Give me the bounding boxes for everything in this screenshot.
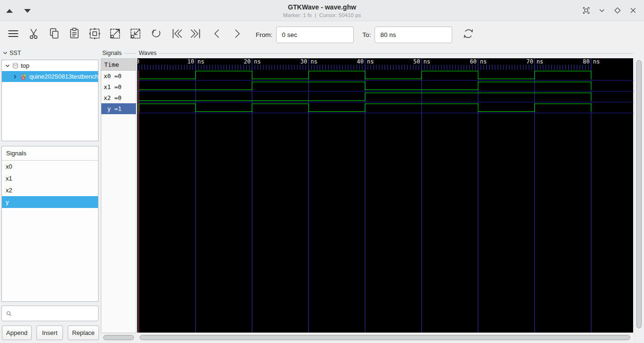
paste-icon — [67, 27, 81, 43]
svg-text:50: 50 — [413, 58, 420, 65]
scissors-icon — [27, 27, 41, 43]
from-label: From: — [256, 31, 272, 38]
minimize-button[interactable] — [598, 6, 606, 15]
search-input[interactable] — [15, 306, 98, 321]
triangle-up-icon — [6, 9, 13, 13]
copy-button[interactable] — [44, 25, 64, 45]
double-chevron-right-icon — [189, 27, 204, 43]
waves-frame-label: Waves — [139, 50, 633, 56]
waves-vertical-scrollbar[interactable] — [635, 58, 643, 342]
undo-zoom-button[interactable] — [145, 25, 166, 45]
copy-icon — [47, 27, 61, 43]
tree-item-label: top — [21, 62, 29, 69]
svg-text:20: 20 — [244, 58, 250, 65]
svg-text:ns: ns — [480, 58, 487, 65]
names-horizontal-scrollbar[interactable] — [101, 334, 136, 342]
signal-action-buttons: AppendInsertReplace — [1, 325, 98, 341]
prev-edge-button[interactable] — [206, 25, 227, 45]
go-to-end-button[interactable] — [186, 25, 206, 45]
go-to-start-button[interactable] — [166, 25, 186, 45]
reload-button[interactable] — [458, 25, 478, 45]
svg-text:ns: ns — [593, 58, 599, 65]
signal-list-item-x2[interactable]: x2 — [2, 184, 98, 196]
append-button[interactable]: Append — [2, 325, 32, 340]
svg-text:ns: ns — [254, 58, 260, 65]
from-input[interactable] — [276, 27, 354, 43]
signal-search-header: Signals — [2, 146, 98, 161]
tree-connector — [5, 72, 9, 81]
waves-horizontal-scrollbar-thumb[interactable] — [140, 335, 630, 340]
zoom-in-button[interactable] — [105, 25, 125, 45]
marker-cursor-status: Marker: 1 fs | Cursor: 50410 ps — [95, 12, 549, 18]
names-frame-label: Signals — [102, 50, 135, 56]
svg-text:ns: ns — [311, 58, 317, 65]
replace-button[interactable]: Replace — [68, 325, 99, 340]
zoom-out-button[interactable] — [125, 25, 145, 45]
signal-value-row-y[interactable]: y =1 — [101, 103, 136, 114]
tree-item-label: quine20250813testbench — [29, 73, 98, 80]
menu-icon — [6, 27, 20, 43]
waves-vertical-scrollbar-thumb[interactable] — [636, 60, 642, 328]
window-controls — [582, 6, 637, 15]
svg-text:10: 10 — [188, 58, 194, 65]
next-edge-button[interactable] — [227, 25, 247, 45]
maximize-button[interactable] — [613, 6, 622, 15]
svg-text:ns: ns — [537, 58, 543, 65]
chevron-down-icon — [598, 7, 606, 14]
names-horizontal-scrollbar-thumb[interactable] — [103, 335, 134, 340]
sst-tree: topquine20250813testbench — [1, 60, 98, 141]
signal-search-box — [1, 306, 98, 321]
menu-button[interactable] — [3, 25, 23, 45]
signal-list-item-y[interactable]: y — [2, 196, 98, 208]
signal-value-row-x2[interactable]: x2 =0 — [101, 92, 136, 103]
signal-search-panel: Signals x0x1x2y — [1, 146, 98, 302]
svg-text:30: 30 — [300, 58, 307, 65]
svg-text:0: 0 — [137, 58, 139, 65]
zoom-in-icon — [108, 27, 122, 43]
shift-down-button[interactable] — [24, 8, 31, 14]
shift-up-button[interactable] — [6, 8, 13, 14]
titlebar: GTKWave - wave.ghw Marker: 1 fs | Cursor… — [0, 0, 644, 21]
waveform-svg: 010ns20ns30ns40ns50ns60ns70ns80ns — [137, 58, 634, 333]
waves-horizontal-scrollbar[interactable] — [137, 334, 633, 342]
svg-text:ns: ns — [423, 58, 430, 65]
close-button[interactable] — [629, 6, 637, 15]
module-icon — [19, 73, 27, 81]
zoom-fit-button[interactable] — [84, 25, 105, 45]
cut-button[interactable] — [23, 25, 44, 45]
chevron-left-icon — [210, 27, 224, 43]
to-input[interactable] — [375, 27, 452, 43]
expander-right-icon[interactable] — [12, 74, 18, 80]
paste-button[interactable] — [64, 25, 84, 45]
titlebar-left-buttons — [6, 8, 31, 14]
zoom-out-icon — [128, 27, 143, 43]
diamond-icon — [614, 7, 621, 14]
insert-button[interactable]: Insert — [36, 325, 63, 340]
titlebar-center: GTKWave - wave.ghw Marker: 1 fs | Cursor… — [95, 3, 549, 18]
svg-text:80: 80 — [583, 58, 590, 65]
svg-text:40: 40 — [357, 58, 364, 65]
double-chevron-left-icon — [169, 27, 183, 43]
expander-down-icon[interactable] — [5, 63, 10, 69]
sst-tree-item-quine20250813testbench[interactable]: quine20250813testbench — [2, 71, 98, 82]
signal-list-item-x0[interactable]: x0 — [2, 161, 98, 172]
signal-name-rows: x0 =0x1 =0x2 =0 y =1 — [101, 71, 136, 114]
window-title: GTKWave - wave.ghw — [95, 3, 549, 11]
zoom-fit-icon — [88, 27, 102, 43]
wave-canvas[interactable]: 010ns20ns30ns40ns50ns60ns70ns80ns — [137, 58, 633, 333]
signal-list-item-x1[interactable]: x1 — [2, 172, 98, 184]
svg-text:ns: ns — [197, 58, 204, 65]
sst-tree-item-top[interactable]: top — [2, 60, 98, 71]
signal-value-row-x0[interactable]: x0 =0 — [101, 71, 136, 81]
signal-value-row-x1[interactable]: x1 =0 — [101, 81, 136, 92]
fullscreen-icon — [582, 7, 590, 14]
svg-text:70: 70 — [526, 58, 533, 65]
signal-names-panel: Time x0 =0x1 =0x2 =0 y =1 — [101, 58, 136, 333]
sst-frame-label: SST — [2, 50, 97, 56]
svg-text:ns: ns — [367, 58, 374, 65]
fullscreen-button[interactable] — [582, 6, 590, 15]
toolbar-buttons — [3, 25, 247, 45]
chevron-down-icon — [2, 50, 8, 56]
to-label: To: — [362, 31, 371, 38]
database-icon — [12, 62, 19, 69]
